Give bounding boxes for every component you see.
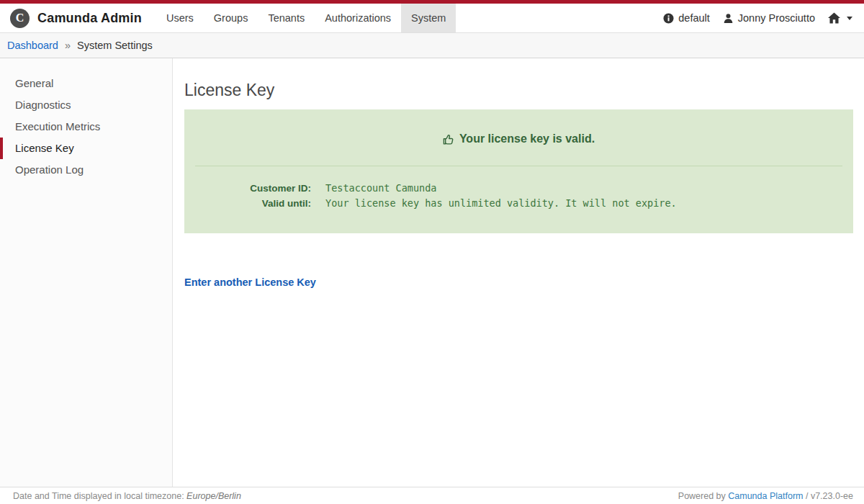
sidebar-item-license-key[interactable]: License Key [0, 138, 172, 159]
home-icon [828, 12, 840, 24]
sidebar-item-execution-metrics[interactable]: Execution Metrics [0, 116, 172, 138]
breadcrumb-current: System Settings [77, 40, 153, 51]
field-valid-until: Valid until: Your license key has unlimi… [184, 197, 853, 209]
camunda-platform-link[interactable]: Camunda Platform [728, 491, 803, 501]
powered-by-prefix: Powered by [678, 491, 728, 501]
license-status-text: Your license key is valid. [459, 132, 595, 145]
user-name: Jonny Prosciutto [738, 12, 815, 24]
engine-label: default [678, 12, 710, 24]
sidebar-item-operation-log[interactable]: Operation Log [0, 159, 172, 181]
nav-item-system[interactable]: System [401, 4, 456, 32]
thumbs-up-icon [443, 133, 455, 145]
field-customer-id: Customer ID: Testaccount Camunda [184, 182, 853, 194]
nav-item-users[interactable]: Users [156, 4, 204, 32]
nav-item-authorizations[interactable]: Authorizations [315, 4, 401, 32]
nav-item-tenants[interactable]: Tenants [258, 4, 315, 32]
engine-select[interactable]: default [663, 12, 710, 24]
camunda-logo: C [10, 9, 30, 28]
timezone-prefix: Date and Time displayed in local timezon… [13, 491, 186, 501]
home-menu[interactable] [828, 12, 852, 24]
camunda-admin-app: C Camunda Admin Users Groups Tenants Aut… [0, 0, 864, 504]
person-icon [723, 13, 734, 24]
field-value: Your license key has unlimited validity.… [311, 197, 677, 209]
brand: C Camunda Admin [0, 4, 156, 32]
breadcrumb-separator: » [65, 40, 71, 51]
app-title: Camunda Admin [37, 11, 142, 26]
license-valid-panel: Your license key is valid. Customer ID: … [184, 109, 853, 233]
timezone-value: Europe/Berlin [186, 491, 241, 501]
sidebar-item-diagnostics[interactable]: Diagnostics [0, 94, 172, 116]
panel-divider [195, 166, 842, 166]
footer: Date and Time displayed in local timezon… [0, 487, 864, 504]
powered-by: Powered by Camunda Platform / v7.23.0-ee [678, 491, 853, 501]
top-nav: Users Groups Tenants Authorizations Syst… [156, 4, 456, 32]
enter-another-license-key-link[interactable]: Enter another License Key [184, 276, 316, 288]
header-right: default Jonny Prosciutto [663, 4, 864, 32]
version-label: / v7.23.0-ee [804, 491, 854, 501]
header: C Camunda Admin Users Groups Tenants Aut… [0, 4, 864, 33]
breadcrumb-dashboard-link[interactable]: Dashboard [7, 40, 58, 51]
info-circle-icon [663, 13, 674, 24]
license-key-page: License Key Your license key is valid. C… [173, 58, 864, 487]
license-fields: Customer ID: Testaccount Camunda Valid u… [184, 182, 853, 209]
chevron-down-icon [847, 17, 852, 20]
license-status: Your license key is valid. [184, 109, 853, 145]
settings-sidebar: General Diagnostics Execution Metrics Li… [0, 58, 173, 487]
breadcrumb: Dashboard » System Settings [0, 33, 864, 58]
field-label: Valid until: [184, 198, 311, 209]
page-title: License Key [184, 81, 853, 100]
nav-item-groups[interactable]: Groups [204, 4, 258, 32]
field-label: Customer ID: [184, 183, 311, 194]
user-menu[interactable]: Jonny Prosciutto [723, 12, 815, 24]
timezone-note: Date and Time displayed in local timezon… [13, 491, 241, 501]
field-value: Testaccount Camunda [311, 182, 436, 194]
sidebar-item-general[interactable]: General [0, 73, 172, 94]
